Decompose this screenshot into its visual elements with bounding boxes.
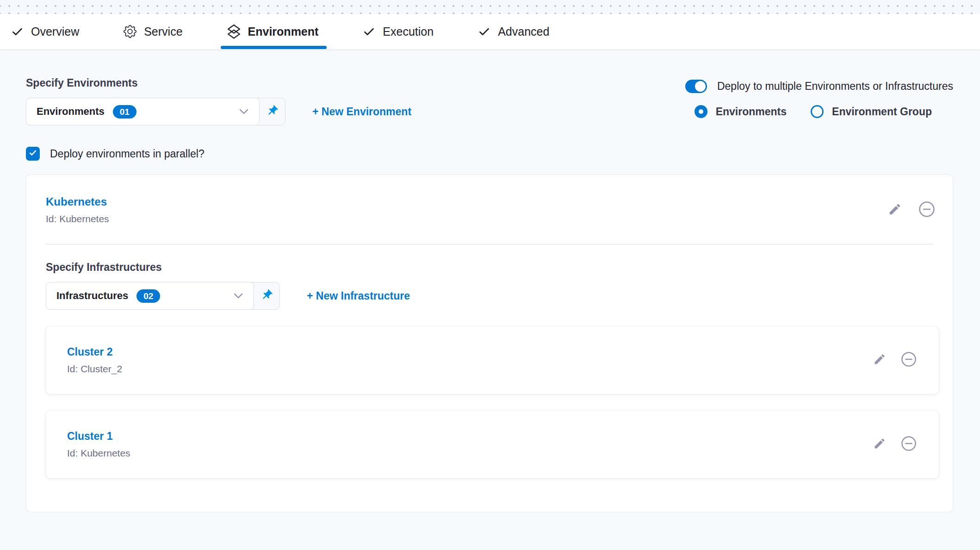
environments-dropdown-label: Environments — [37, 106, 105, 118]
multi-environment-toggle-label: Deploy to multiple Environments or Infra… — [717, 80, 953, 93]
tab-service[interactable]: Service — [124, 14, 182, 49]
check-icon — [363, 25, 375, 38]
pin-icon — [266, 105, 279, 119]
chevron-down-icon[interactable] — [233, 293, 243, 299]
minus-circle-icon — [901, 351, 917, 369]
infrastructure-id-text: Id: Kubernetes — [67, 448, 130, 459]
specify-environments-heading: Specify Environments — [26, 77, 411, 89]
new-infrastructure-button[interactable]: + New Infrastructure — [307, 290, 410, 302]
tab-execution-label: Execution — [383, 25, 434, 38]
environments-dropdown[interactable]: Environments 01 — [26, 98, 260, 125]
pencil-icon — [888, 202, 902, 218]
tab-environment-label: Environment — [248, 25, 319, 38]
environment-name-link[interactable]: Kubernetes — [46, 195, 109, 208]
remove-environment-button[interactable] — [918, 201, 935, 219]
infrastructure-name-link[interactable]: Cluster 2 — [67, 346, 122, 358]
infrastructures-select-group: Infrastructures 02 — [46, 282, 280, 310]
environment-id-text: Id: Kubernetes — [46, 213, 109, 225]
infrastructure-identity: Cluster 1 Id: Kubernetes — [67, 430, 130, 459]
gear-icon — [124, 25, 136, 38]
chevron-down-icon[interactable] — [239, 108, 249, 115]
environment-tab-content: Specify Environments Environments 01 — [0, 49, 980, 512]
check-icon — [11, 25, 24, 38]
environment-identity: Kubernetes Id: Kubernetes — [46, 195, 109, 225]
infrastructure-card-cluster-2: Cluster 2 Id: Cluster_2 — [46, 326, 939, 394]
tab-service-label: Service — [144, 25, 182, 38]
radio-unselected-icon — [811, 105, 824, 118]
tab-advanced[interactable]: Advanced — [478, 14, 549, 49]
pencil-icon — [873, 437, 886, 452]
infrastructures-dropdown[interactable]: Infrastructures 02 — [46, 282, 254, 310]
tab-environment[interactable]: Environment — [227, 14, 319, 49]
multi-environment-toggle[interactable] — [685, 80, 707, 93]
pin-infrastructures-button[interactable] — [254, 282, 279, 309]
minus-circle-icon — [918, 201, 935, 219]
section-divider — [46, 244, 933, 244]
edit-infrastructure-button[interactable] — [873, 437, 886, 452]
check-icon — [478, 25, 490, 38]
infrastructures-count-badge: 02 — [136, 289, 160, 303]
dotted-background-strip — [0, 0, 980, 14]
tab-overview[interactable]: Overview — [11, 14, 79, 49]
remove-infrastructure-button[interactable] — [901, 436, 917, 453]
specify-infrastructures-heading: Specify Infrastructures — [46, 261, 939, 274]
new-environment-button[interactable]: + New Environment — [312, 106, 411, 118]
pin-environments-button[interactable] — [259, 98, 285, 125]
environment-icon — [227, 24, 241, 39]
check-icon — [28, 148, 37, 159]
environments-count-badge: 01 — [113, 105, 136, 119]
pipeline-stage-tabbar: Overview Service Environment Execution A… — [0, 14, 980, 49]
remove-infrastructure-button[interactable] — [901, 351, 917, 369]
radio-environments-label: Environments — [716, 106, 787, 118]
deploy-parallel-checkbox[interactable] — [26, 147, 40, 161]
environments-select-group: Environments 01 — [26, 98, 285, 125]
pin-icon — [261, 289, 273, 303]
radio-environments[interactable]: Environments — [695, 105, 787, 118]
tab-execution[interactable]: Execution — [363, 14, 434, 49]
deploy-parallel-label: Deploy environments in parallel? — [50, 148, 205, 160]
radio-selected-icon — [695, 105, 707, 118]
radio-environment-group-label: Environment Group — [832, 106, 932, 118]
tab-advanced-label: Advanced — [498, 25, 549, 38]
infrastructures-dropdown-label: Infrastructures — [56, 290, 128, 302]
infrastructure-id-text: Id: Cluster_2 — [67, 363, 122, 375]
environment-card-kubernetes: Kubernetes Id: Kubernetes Specify Infras… — [26, 175, 953, 512]
tab-overview-label: Overview — [31, 25, 79, 38]
infrastructure-card-cluster-1: Cluster 1 Id: Kubernetes — [46, 411, 939, 478]
edit-environment-button[interactable] — [888, 202, 902, 218]
toggle-knob — [695, 81, 706, 92]
edit-infrastructure-button[interactable] — [873, 353, 886, 368]
infrastructure-identity: Cluster 2 Id: Cluster_2 — [67, 346, 122, 375]
pencil-icon — [873, 353, 886, 368]
minus-circle-icon — [901, 436, 917, 453]
radio-environment-group[interactable]: Environment Group — [811, 105, 932, 118]
infrastructure-name-link[interactable]: Cluster 1 — [67, 430, 130, 443]
